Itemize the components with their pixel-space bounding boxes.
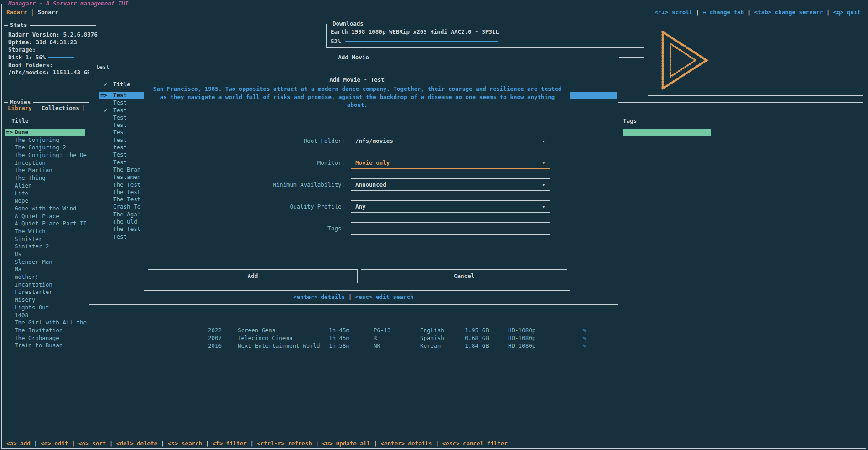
tags-label: Tags: xyxy=(144,222,345,235)
monitor-select[interactable]: Movie only▾ xyxy=(351,157,550,169)
app-title: Managarr - A Servarr management TUI xyxy=(5,0,131,8)
download-percent: 52% xyxy=(331,38,341,46)
result-title: Test xyxy=(113,159,127,167)
root-folder-value: /nfs/movies xyxy=(355,137,393,144)
root-folder-select[interactable]: /nfs/movies▾ xyxy=(351,135,550,147)
cancel-button-label: Cancel xyxy=(454,272,474,279)
movie-language: Spanish xyxy=(420,335,444,342)
movie-rating: R xyxy=(374,335,377,342)
result-title: Test xyxy=(113,129,127,136)
result-title: The Test xyxy=(113,181,140,189)
movie-studio: Telecinco Cinema xyxy=(238,335,292,342)
result-title: Test xyxy=(113,136,127,144)
stats-panel: Stats Radarr Version: 5.2.6.8376 Uptime:… xyxy=(4,25,96,94)
result-title: Test xyxy=(113,92,127,99)
movie-size: 1.84 GB xyxy=(465,342,489,350)
movie-rating: NR xyxy=(374,342,380,350)
quality-profile-value: Any xyxy=(355,203,366,210)
form-row-monitor: Monitor: Movie only▾ xyxy=(144,157,570,169)
separator: | xyxy=(370,440,381,447)
form-row-tags: Tags: xyxy=(144,222,570,235)
result-title: The Test xyxy=(113,188,140,196)
separator: | xyxy=(692,9,703,16)
logo-panel xyxy=(648,24,863,96)
monitor-label: Monitor: xyxy=(144,157,345,169)
separator: | xyxy=(31,440,41,447)
result-title: Test xyxy=(113,114,127,122)
servarr-tabs: Radarr│Sonarr xyxy=(6,9,58,16)
bottom-keybindings: <a> add | <e> edit | <o> sort | <del> de… xyxy=(6,440,508,448)
separator: | xyxy=(157,440,168,447)
download-item-name: Earth 1998 1080p WEBRip x265 Hindi AAC2.… xyxy=(331,28,499,36)
movie-year: 2007 xyxy=(208,335,222,342)
result-title: The Bran xyxy=(113,166,140,174)
result-title: Test xyxy=(113,151,127,159)
chevron-down-icon: ▾ xyxy=(542,179,545,191)
keybinding-hint: <tab> change servarr xyxy=(754,9,823,16)
keybinding-hint: <o> sort xyxy=(78,440,106,447)
result-title: Crash Te xyxy=(113,203,140,211)
tab-radarr[interactable]: Radarr xyxy=(6,9,27,16)
form-row-quality-profile: Quality Profile: Any▾ xyxy=(144,200,570,213)
movie-studio: Next Entertainment World xyxy=(238,342,320,350)
quality-profile-label: Quality Profile: xyxy=(144,200,345,213)
movie-row-details[interactable]: 2007Telecinco Cinema1h 45mRSpanish0.68 G… xyxy=(4,335,863,342)
movie-rating: PG-13 xyxy=(374,327,391,335)
movie-size: 1.95 GB xyxy=(465,327,489,335)
keybinding-hint: <ctrl-r> refresh xyxy=(257,440,312,447)
results-column-header: Title xyxy=(113,81,130,89)
cancel-button[interactable]: Cancel xyxy=(361,269,567,283)
chevron-down-icon: ▾ xyxy=(542,157,545,169)
result-title: Test xyxy=(113,233,127,241)
result-title: The Old xyxy=(113,218,137,226)
movie-runtime: 1h 45m xyxy=(329,327,349,335)
disk-usage-gauge xyxy=(48,57,94,58)
keybinding-hint: <q> quit xyxy=(833,9,861,16)
root-folder-value: /nfs/movies: 11511.43 GB xyxy=(8,69,94,77)
movie-row-details[interactable]: 2022Screen Gems1h 45mPG-13English1.95 GB… xyxy=(4,327,863,335)
disk-percent: 56% xyxy=(36,54,46,62)
keybinding-hint: <s> search xyxy=(168,440,202,447)
selection-arrow-icon: => xyxy=(100,92,107,99)
add-button-label: Add xyxy=(248,272,258,279)
root-folder-label: Root Folder: xyxy=(144,135,345,147)
movie-row-details[interactable]: 2016Next Entertainment World1h 58mNRKore… xyxy=(4,342,863,350)
radarr-version: Radarr Version: 5.2.6.8376 xyxy=(8,31,94,39)
movie-studio: Screen Gems xyxy=(238,327,275,335)
movie-language: Korean xyxy=(420,342,441,350)
minimum-availability-select[interactable]: Announced▾ xyxy=(351,178,550,191)
tab-sonarr[interactable]: Sonarr xyxy=(38,9,58,16)
keybinding-hint: <f> filter xyxy=(213,440,247,447)
search-value: test xyxy=(96,63,109,70)
tags-input[interactable] xyxy=(351,222,550,235)
storage-label: Storage: xyxy=(8,46,94,54)
disk-usage-row: Disk 1: 56% xyxy=(8,54,94,62)
movie-year: 2016 xyxy=(208,342,222,350)
result-title: The Test xyxy=(113,196,140,204)
add-button[interactable]: Add xyxy=(148,269,358,283)
result-title: Test xyxy=(113,107,127,115)
pencil-icon: ✎ xyxy=(583,335,587,342)
downloads-title: Downloads xyxy=(330,20,366,28)
minimum-availability-label: Minimum Availability: xyxy=(144,178,345,191)
keybinding-hint: <del> delete xyxy=(116,440,157,447)
keybinding-hint: <enter> details xyxy=(293,293,345,300)
keybinding-hint: ↔ change tab xyxy=(703,9,744,16)
download-progress-gauge xyxy=(345,41,639,42)
chevron-down-icon: ▾ xyxy=(542,201,545,213)
managarr-logo-icon xyxy=(658,28,712,92)
tab-separator: │ xyxy=(31,9,34,16)
separator: | xyxy=(106,440,116,447)
result-title: Testamen xyxy=(113,173,140,181)
keybinding-hint: <esc> cancel filter xyxy=(442,440,508,447)
uptime: Uptime: 31d 04:31:23 xyxy=(8,39,94,47)
separator: | xyxy=(312,440,322,447)
check-icon: ✓ xyxy=(104,81,108,89)
result-title: test xyxy=(113,144,127,152)
separator: | xyxy=(68,440,78,447)
separator: | xyxy=(247,440,257,447)
result-title: The Aga' xyxy=(113,211,140,219)
movie-search-input[interactable]: test xyxy=(92,61,615,73)
movie-quality: HD-1080p xyxy=(508,335,535,342)
quality-profile-select[interactable]: Any▾ xyxy=(351,200,550,213)
